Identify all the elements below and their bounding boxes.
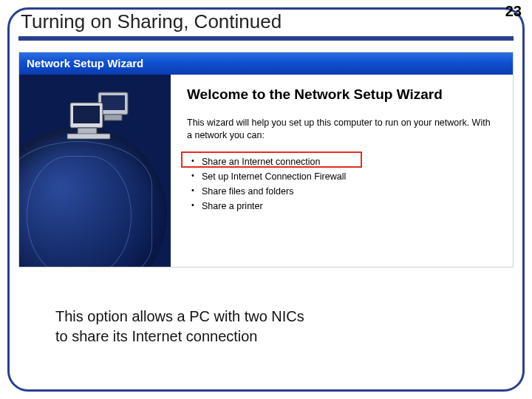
wizard-heading: Welcome to the Network Setup Wizard <box>187 86 497 103</box>
wizard-feature-list: Share an Internet connection Set up Inte… <box>187 154 497 214</box>
wizard-intro-text: This wizard will help you set up this co… <box>187 117 497 143</box>
wizard-main: Welcome to the Network Setup Wizard This… <box>171 75 513 267</box>
globe-icon <box>19 126 167 267</box>
wizard-side-graphic <box>19 75 171 267</box>
wizard-body: Welcome to the Network Setup Wizard This… <box>19 75 513 267</box>
list-item: Share files and folders <box>191 184 497 199</box>
list-item: Set up Internet Connection Firewall <box>191 169 497 184</box>
computers-icon <box>60 89 141 141</box>
list-item: Share a printer <box>191 199 497 214</box>
wizard-window: Network Setup Wizard Welcome to the Netw… <box>18 52 514 267</box>
svg-rect-2 <box>104 115 122 120</box>
svg-rect-6 <box>67 134 110 139</box>
caption-line: This option allows a PC with two NICs <box>55 308 304 324</box>
header-underline <box>18 36 514 41</box>
wizard-titlebar: Network Setup Wizard <box>19 52 513 75</box>
svg-rect-4 <box>73 106 100 123</box>
caption-line: to share its Internet connection <box>55 328 258 344</box>
slide-title: Turning on Sharing, Continued <box>21 10 282 33</box>
list-item: Share an Internet connection <box>191 154 497 169</box>
slide-caption: This option allows a PC with two NICs to… <box>55 307 454 347</box>
page-number: 23 <box>505 3 522 20</box>
svg-rect-1 <box>101 95 125 110</box>
